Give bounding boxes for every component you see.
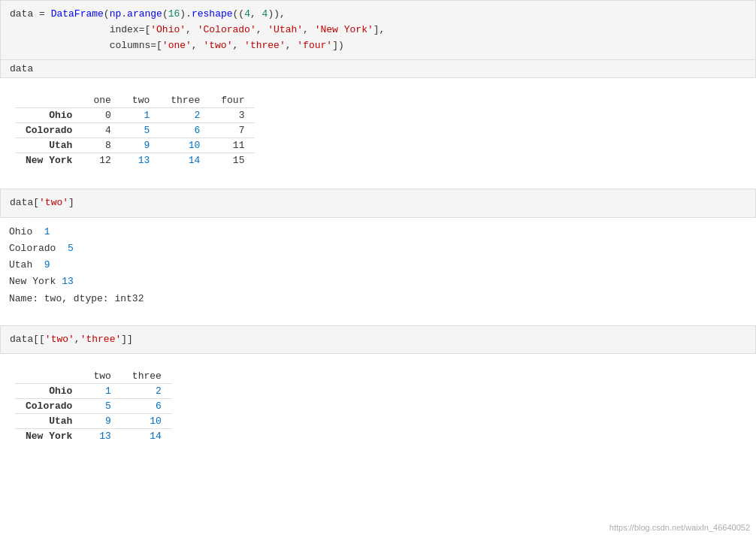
table-row: Ohio 0 1 2 3 xyxy=(15,108,255,123)
col-header-empty xyxy=(15,93,83,108)
table-2: two three Ohio 1 2 Colorado 5 6 Utah 9 xyxy=(15,369,172,443)
series-val-newyork: 13 xyxy=(62,276,74,287)
cell2-colorado-two: 5 xyxy=(83,399,121,414)
cell-ohio-four: 3 xyxy=(210,108,255,123)
cell-newyork-one: 12 xyxy=(83,153,121,168)
col2-header-two: two xyxy=(83,369,121,384)
table-1: one two three four Ohio 0 1 2 3 Colorado… xyxy=(15,93,255,168)
cell-colorado-two: 5 xyxy=(122,123,160,138)
cell-utah-two: 9 xyxy=(122,138,160,153)
series-row-newyork: New York 13 xyxy=(9,274,747,290)
row-label-newyork: New York xyxy=(15,153,83,168)
cell-utah-one: 8 xyxy=(83,138,121,153)
cell-newyork-three: 14 xyxy=(160,153,210,168)
cell-colorado-three: 6 xyxy=(160,123,210,138)
cell2-utah-two: 9 xyxy=(83,414,121,429)
cell-utah-four: 11 xyxy=(210,138,255,153)
row-label-utah: Utah xyxy=(15,138,83,153)
code-block-3: data[['two','three']] xyxy=(0,325,756,355)
col-header-three: three xyxy=(160,93,210,108)
col2-header-three: three xyxy=(122,369,172,384)
cell2-ohio-two: 1 xyxy=(83,384,121,399)
table-row: New York 13 14 xyxy=(15,429,172,444)
data-var-line: data xyxy=(0,60,756,78)
code-block-2: data['two'] xyxy=(0,189,756,218)
cell-newyork-two: 13 xyxy=(122,153,160,168)
code-block-1: data = DataFrame(np.arange(16).reshape((… xyxy=(0,0,756,60)
series-label-colorado: Colorado xyxy=(9,243,62,254)
table-row: Utah 8 9 10 11 xyxy=(15,138,255,153)
cell-newyork-four: 15 xyxy=(210,153,255,168)
cell2-newyork-three: 14 xyxy=(122,429,172,444)
col-header-one: one xyxy=(83,93,121,108)
series-label-utah: Utah xyxy=(9,259,38,271)
code-fn-dataframe: DataFrame xyxy=(51,8,104,20)
cell2-utah-three: 10 xyxy=(122,414,172,429)
cell-ohio-one: 0 xyxy=(83,108,121,123)
row2-label-newyork: New York xyxy=(15,429,83,444)
cell-colorado-one: 4 xyxy=(83,123,121,138)
row-label-ohio: Ohio xyxy=(15,108,83,123)
series-label-newyork: New York xyxy=(9,276,62,287)
table-2-header-row: two three xyxy=(15,369,172,384)
code-fn-arange: arange xyxy=(127,8,162,20)
series-row-utah: Utah 9 xyxy=(9,257,747,274)
cell2-newyork-two: 13 xyxy=(83,429,121,444)
col-header-four: four xyxy=(210,93,255,108)
table-row: Ohio 1 2 xyxy=(15,384,172,399)
row-label-colorado: Colorado xyxy=(15,123,83,138)
series-output-1: Ohio 1 Colorado 5 Utah 9 New York 13 Nam… xyxy=(0,218,756,316)
cell2-ohio-three: 2 xyxy=(122,384,172,399)
row2-label-utah: Utah xyxy=(15,414,83,429)
col2-header-empty xyxy=(15,369,83,384)
series-label-ohio: Ohio xyxy=(9,226,38,237)
series-val-colorado: 5 xyxy=(62,243,74,254)
series-row-ohio: Ohio 1 xyxy=(9,224,747,240)
series-val-utah: 9 xyxy=(38,259,50,271)
cell2-colorado-three: 6 xyxy=(122,399,172,414)
cell-utah-three: 10 xyxy=(160,138,210,153)
dataframe-table-2: two three Ohio 1 2 Colorado 5 6 Utah 9 xyxy=(0,363,756,455)
table-row: New York 12 13 14 15 xyxy=(15,153,255,168)
series-meta: Name: two, dtype: int32 xyxy=(9,291,747,307)
code-fn-np: np xyxy=(110,8,122,20)
cell-ohio-three: 2 xyxy=(160,108,210,123)
cell-ohio-two: 1 xyxy=(122,108,160,123)
row2-label-colorado: Colorado xyxy=(15,399,83,414)
series-val-ohio: 1 xyxy=(38,226,50,237)
table-row: Colorado 4 5 6 7 xyxy=(15,123,255,138)
col-header-two: two xyxy=(122,93,160,108)
watermark: https://blog.csdn.net/waixln_46640052 xyxy=(609,523,750,532)
page: data = DataFrame(np.arange(16).reshape((… xyxy=(0,0,756,538)
cell-colorado-four: 7 xyxy=(210,123,255,138)
row2-label-ohio: Ohio xyxy=(15,384,83,399)
table-row: Colorado 5 6 xyxy=(15,399,172,414)
code-keyword-data: data xyxy=(10,8,33,20)
dataframe-table-1: one two three four Ohio 0 1 2 3 Colorado… xyxy=(0,87,756,180)
table-1-header-row: one two three four xyxy=(15,93,255,108)
series-row-colorado: Colorado 5 xyxy=(9,240,747,257)
table-row: Utah 9 10 xyxy=(15,414,172,429)
